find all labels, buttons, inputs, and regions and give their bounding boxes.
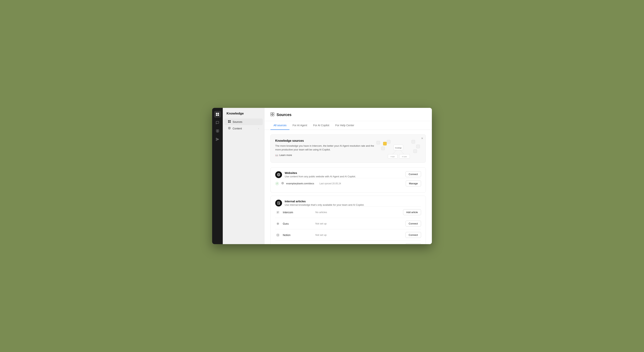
svg-rect-14 — [387, 140, 390, 143]
sidebar-item-content[interactable]: Content › — [224, 125, 263, 132]
guru-icon — [275, 221, 280, 226]
svg-text:Knowledge: Knowledge — [395, 147, 402, 149]
website-sync-label: Last synced 20.05.24 — [319, 182, 341, 185]
banner-text: Knowledge sources The more knowledge you… — [275, 139, 376, 156]
svg-rect-7 — [230, 122, 231, 123]
banner-close-button[interactable]: ✕ — [421, 137, 423, 140]
svg-rect-8 — [271, 113, 272, 114]
intercom-icon — [275, 210, 280, 215]
svg-rect-15 — [412, 140, 415, 143]
svg-rect-17 — [414, 149, 417, 153]
svg-rect-2 — [216, 114, 217, 116]
confluence-icon — [275, 244, 280, 244]
banner-card: Knowledge sources The more knowledge you… — [270, 134, 426, 163]
svg-point-27 — [277, 173, 280, 176]
intercom-row: Intercom No articles Add article — [275, 206, 421, 218]
guru-connect-button[interactable]: Connect — [406, 221, 421, 227]
sidebar-item-content-left: Content — [228, 127, 242, 130]
rail-icon-book[interactable] — [214, 128, 221, 134]
svg-rect-11 — [272, 114, 274, 116]
website-manage-button[interactable]: Manage — [406, 181, 421, 186]
notion-icon — [275, 232, 280, 238]
internal-articles-desc: Use internal knowledge that's only avail… — [285, 203, 364, 206]
sidebar: Knowledge Sources — [223, 108, 264, 244]
rail-icon-chat[interactable] — [214, 119, 221, 126]
icon-rail — [212, 108, 223, 244]
learn-more-link[interactable]: 📖 Learn more — [275, 154, 376, 156]
svg-rect-12 — [376, 141, 380, 144]
intercom-add-button[interactable]: Add article — [403, 209, 421, 215]
banner-title: Knowledge sources — [275, 139, 376, 142]
websites-section: Websites Use content from any public web… — [270, 167, 426, 193]
internal-articles-title: Internal articles — [285, 200, 364, 203]
svg-rect-5 — [230, 120, 231, 121]
notion-name: Notion — [283, 234, 302, 237]
guru-name: Guru — [283, 222, 302, 225]
notion-status: Not set up — [315, 234, 326, 236]
tabs-bar: All sources For AI Agent For AI Copilot … — [264, 121, 432, 130]
notion-row: Notion Not set up Connect — [275, 229, 421, 241]
main-header: Sources — [264, 108, 432, 121]
svg-point-31 — [282, 182, 284, 184]
main-content: Sources All sources For AI Agent For AI … — [264, 108, 432, 244]
rail-icon-send[interactable] — [214, 136, 221, 143]
sidebar-item-sources-left: Sources — [228, 120, 242, 123]
svg-point-32 — [282, 182, 283, 184]
content-chevron: › — [258, 127, 259, 130]
content-icon — [228, 127, 231, 130]
svg-rect-6 — [228, 122, 230, 123]
content-area: Knowledge sources The more knowledge you… — [264, 130, 432, 244]
rail-icon-grid[interactable] — [214, 111, 221, 118]
page-title: Sources — [276, 113, 292, 117]
check-icon: ✓ — [275, 182, 279, 185]
website-row: ✓ examplarybank.com/docs Last synced 20.… — [275, 178, 421, 189]
confluence-connect-button[interactable]: Connect — [406, 243, 421, 244]
svg-rect-0 — [216, 113, 217, 114]
banner-description: The more knowledge you have in Intercom,… — [275, 144, 376, 151]
sources-label: Sources — [232, 120, 242, 123]
guru-row: Guru Not set up Connect — [275, 218, 421, 229]
svg-rect-13 — [381, 147, 385, 150]
svg-text:AI Agent: AI Agent — [390, 156, 395, 157]
svg-rect-4 — [228, 120, 230, 121]
content-label: Content — [232, 127, 242, 130]
svg-rect-10 — [271, 114, 272, 116]
tab-ai-agent[interactable]: For AI Agent — [290, 121, 310, 130]
internal-articles-icon — [275, 200, 282, 206]
header-icon — [270, 112, 274, 117]
notion-connect-button[interactable]: Connect — [406, 232, 421, 238]
website-url: examplarybank.com/docs — [286, 182, 314, 185]
svg-rect-16 — [416, 145, 420, 148]
websites-desc: Use content from any public website with… — [285, 175, 356, 178]
svg-rect-1 — [218, 113, 219, 114]
svg-rect-3 — [218, 114, 219, 116]
intercom-name: Intercom — [283, 211, 302, 214]
confluence-row: Confluence Not set up Connect — [275, 241, 421, 244]
websites-connect-button[interactable]: Connect — [406, 171, 421, 177]
tab-all-sources[interactable]: All sources — [270, 121, 290, 130]
svg-rect-18 — [383, 142, 386, 145]
svg-line-22 — [400, 150, 404, 154]
websites-info: Websites Use content from any public web… — [285, 171, 356, 178]
sources-icon — [228, 120, 231, 123]
svg-rect-9 — [272, 113, 274, 114]
internal-articles-section: Internal articles Use internal knowledge… — [270, 196, 426, 244]
tab-ai-copilot[interactable]: For AI Copilot — [310, 121, 332, 130]
svg-text:AI Copilot: AI Copilot — [402, 156, 407, 157]
internal-articles-info: Internal articles Use internal knowledge… — [285, 200, 364, 206]
learn-more-icon: 📖 — [275, 154, 278, 156]
banner-illustration: Knowledge AI Agent AI Copilot — [376, 139, 421, 158]
websites-icon — [275, 171, 282, 178]
globe-icon — [281, 182, 284, 185]
guru-status: Not set up — [315, 222, 326, 225]
sidebar-title: Knowledge — [223, 112, 264, 118]
svg-point-28 — [278, 173, 279, 176]
learn-more-label: Learn more — [280, 154, 292, 156]
websites-title: Websites — [285, 171, 356, 174]
tab-help-center[interactable]: For Help Center — [332, 121, 357, 130]
svg-point-40 — [278, 224, 278, 224]
sidebar-item-sources[interactable]: Sources — [224, 118, 263, 125]
intercom-status: No articles — [315, 211, 327, 214]
svg-line-21 — [393, 150, 396, 154]
